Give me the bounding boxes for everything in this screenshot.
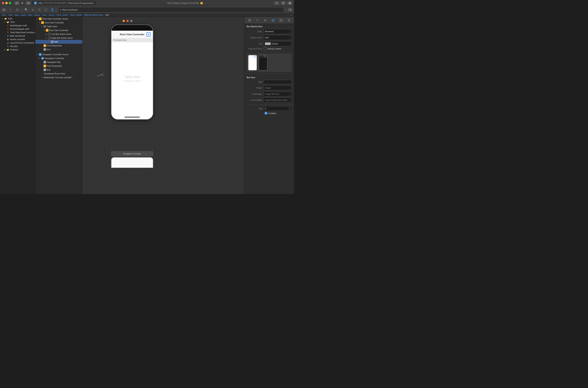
outline-first-responder-1[interactable]: R First Responder xyxy=(35,44,82,48)
rvc-scene-icon: V xyxy=(39,17,42,20)
sidebar-item-products[interactable]: 📁 Products xyxy=(0,48,35,51)
outline-first-responder-2[interactable]: R First Responder xyxy=(35,64,82,68)
diff-btn[interactable] xyxy=(43,7,48,12)
drag-drop-row: Drag and Drop Spring Loaded xyxy=(244,47,294,51)
bc-item-1[interactable]: ToDo xyxy=(8,14,13,16)
minimize-button[interactable] xyxy=(5,2,8,4)
file-inspector-btn[interactable] xyxy=(247,18,252,23)
sidebar-item-root[interactable]: 📁 ToDo xyxy=(0,17,35,20)
sidebar-item-assets[interactable]: ◼ Assets.xcassets xyxy=(0,38,35,41)
outline-rvc[interactable]: V Root View Controller xyxy=(35,21,82,24)
jump-to-file-btn[interactable] xyxy=(15,7,20,12)
rbi-triangle xyxy=(45,37,47,39)
root-triangle xyxy=(1,18,3,20)
outline-storyboard-entry[interactable]: → Storyboard Entry Point xyxy=(35,72,82,75)
outline-exit-2[interactable]: E Exit xyxy=(35,68,82,72)
bc-item-4[interactable]: Root...r Scene xyxy=(42,14,55,16)
stop-btn[interactable]: ■ xyxy=(26,1,31,5)
outline-nav-scene-header[interactable]: V Navigation Controller Scene xyxy=(35,52,82,56)
warning-btn[interactable]: ⚠ xyxy=(30,7,35,12)
outline-rvc-2[interactable]: K Root View Controller xyxy=(35,28,82,32)
svg-line-26 xyxy=(289,20,290,21)
sidebar-item-infoplist[interactable]: 🗒 Info.plist xyxy=(0,45,35,48)
size-inspector-btn[interactable] xyxy=(279,18,283,23)
close-button[interactable] xyxy=(2,2,4,4)
storyboard-canvas[interactable]: Root View Controller + Prototype Cells T… xyxy=(82,17,244,194)
sidebar-item-todo-group[interactable]: 📁 ToDo xyxy=(0,20,35,24)
tint-select[interactable]: Default ⌃⌄ xyxy=(263,41,292,46)
tab-icon: ■ xyxy=(60,9,61,11)
back-hierarchy-btn[interactable] xyxy=(8,7,13,12)
deps-btn[interactable]: ⬡ xyxy=(37,7,42,12)
outline-add-item[interactable]: I Add xyxy=(35,40,82,44)
bc-item-2[interactable]: Main....board xyxy=(15,14,26,16)
style-label: Style xyxy=(247,30,262,33)
appdelegate-label: AppDelegate.swift xyxy=(10,24,27,27)
bc-item-3[interactable]: Main....(Base) xyxy=(28,14,40,16)
bc-item-0[interactable]: ToDo xyxy=(1,14,6,16)
bi-title-input[interactable] xyxy=(263,80,292,84)
svg-rect-1 xyxy=(4,9,6,9)
system-item-select[interactable]: Add ⌃⌄ xyxy=(263,35,292,40)
author-btn[interactable]: 👤 xyxy=(50,7,55,12)
bi-accessibility-arrow: ⌃⌄ xyxy=(289,98,290,102)
bc-item-7[interactable]: Right Bar Button Items xyxy=(84,14,103,16)
outline-relationship[interactable]: ⊙ Relationship "root view controller"... xyxy=(35,75,82,79)
outline-nav-controller[interactable]: ⬅ Navigation Controller xyxy=(35,56,82,60)
svg-rect-3 xyxy=(4,11,6,11)
sidebar-item-scenedelegate[interactable]: S SceneDelegate.swift xyxy=(0,27,35,31)
tag-stepper[interactable]: ▲ ▼ xyxy=(289,107,290,110)
add-btn[interactable]: + xyxy=(274,1,279,5)
bc-prev-btn[interactable]: ‹ xyxy=(287,14,288,16)
sidebar-item-launchscreen[interactable]: ■ LaunchScreen.storyboard xyxy=(0,41,35,45)
search-btn[interactable]: 🔍 xyxy=(23,7,29,12)
bi-accessibility-select[interactable]: Large Content Size Image... ⌃⌄ xyxy=(263,97,292,102)
enabled-checkbox[interactable]: ✓ xyxy=(265,112,267,114)
connections-inspector-btn[interactable] xyxy=(286,18,291,23)
fr1-icon: R xyxy=(44,44,46,47)
sidebar-item-mainstoryboard[interactable]: ■ Main.storyboard xyxy=(0,34,35,38)
fullscreen-button[interactable] xyxy=(9,2,11,4)
preview-light-add: + xyxy=(254,55,256,57)
iphone-add-button[interactable]: + xyxy=(146,32,151,37)
quick-help-btn[interactable]: ? xyxy=(255,18,260,23)
bi-landscape-select[interactable]: Image (iPhone) ⌃⌄ xyxy=(263,92,292,97)
iphone-notch xyxy=(124,26,141,31)
device-tab[interactable]: T ToDo iPod touch (7th generation) iPod … xyxy=(32,1,96,5)
tag-input[interactable]: 0 ▲ ▼ xyxy=(263,106,292,111)
bc-item-6[interactable]: Root...ntroller xyxy=(70,14,82,16)
svg-rect-9 xyxy=(288,10,290,10)
fr1-label: First Responder xyxy=(47,45,62,47)
tab-container: ■ Main.storyboard xyxy=(59,7,283,12)
bi-image-select[interactable]: Image ⌃⌄ xyxy=(263,85,292,90)
outline-left-bar-items[interactable]: ☐ Left Bar Button Items xyxy=(35,32,82,36)
rbi-label: Right Bar Button Items xyxy=(51,37,73,39)
outline-tableview[interactable]: ≡ Table View xyxy=(35,24,82,28)
iphone-table-body: Table View Prototype Content xyxy=(111,42,153,115)
nav-triangle xyxy=(39,57,41,59)
divider-3 xyxy=(244,104,294,104)
spring-loaded-checkbox[interactable] xyxy=(263,47,266,50)
sidebar-item-appdelegate[interactable]: S AppDelegate.swift xyxy=(0,24,35,27)
outline-right-bar-items[interactable]: ☑ Right Bar Button Items xyxy=(35,36,82,40)
exit1-label: Exit xyxy=(47,48,50,51)
style-select[interactable]: Bordered ⌃⌄ xyxy=(263,29,292,34)
sidebar-item-taskstablevc[interactable]: S TasksTableViewController.swift xyxy=(0,31,35,34)
attributes-inspector-btn[interactable] xyxy=(271,18,275,23)
share-btn[interactable]: ⬆ xyxy=(281,1,285,5)
identity-inspector-btn[interactable] xyxy=(263,18,268,23)
inspector-toggle-btn[interactable] xyxy=(287,7,292,12)
outline-rvc-scene-header[interactable]: V Root View Controller Scene xyxy=(35,17,82,21)
outline-nav-bar[interactable]: B Navigation Bar xyxy=(35,60,82,64)
sidebar-toggle-btn[interactable]: ☰ xyxy=(15,1,19,5)
navigator-toggle-btn[interactable] xyxy=(1,7,7,12)
tab-label[interactable]: Main.storyboard xyxy=(62,9,77,11)
spring-loaded-label: Spring Loaded xyxy=(267,48,281,50)
outline-exit-1[interactable]: E Exit xyxy=(35,48,82,51)
layout-btn[interactable]: ▣ xyxy=(287,1,292,5)
enabled-row: ✓ Enabled xyxy=(244,111,294,115)
preview-light: + xyxy=(248,55,257,70)
run-btn[interactable]: ▶ xyxy=(20,1,25,5)
bc-next-btn[interactable]: › xyxy=(289,14,289,16)
bc-item-5[interactable]: Root...ntroller xyxy=(57,14,68,16)
